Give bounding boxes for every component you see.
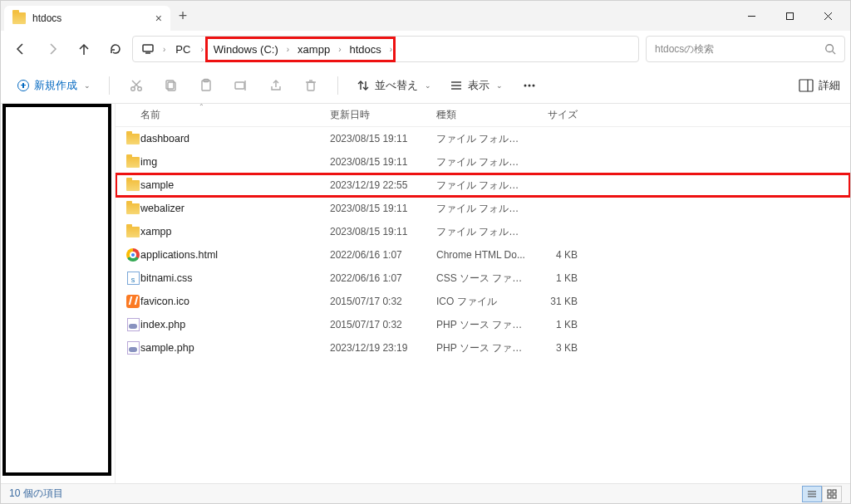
file-type: ファイル フォルダー — [436, 225, 526, 239]
file-row[interactable]: img2023/08/15 19:11ファイル フォルダー — [116, 150, 850, 174]
crumb-drive[interactable]: Windows (C:) — [207, 40, 285, 59]
file-row[interactable]: favicon.ico2015/07/17 0:32ICO ファイル31 KB — [116, 290, 850, 313]
chevron-down-icon: ⌄ — [496, 81, 503, 90]
file-type: ファイル フォルダー — [436, 179, 526, 193]
file-name: index.php — [140, 319, 185, 330]
file-date: 2023/12/19 23:19 — [330, 342, 436, 354]
file-name: sample — [140, 179, 174, 191]
chevron-right-icon[interactable]: › — [388, 45, 394, 54]
chevron-right-icon[interactable]: › — [161, 45, 167, 54]
paste-button[interactable] — [191, 71, 221, 100]
chevron-down-icon: ⌄ — [84, 81, 91, 90]
up-button[interactable] — [69, 34, 99, 64]
chevron-down-icon: ⌄ — [425, 81, 431, 90]
separator — [337, 76, 338, 95]
file-row[interactable]: xampp2023/08/15 19:11ファイル フォルダー — [116, 220, 850, 243]
pc-icon[interactable] — [136, 34, 160, 64]
forward-button[interactable] — [37, 34, 67, 64]
file-name: webalizer — [140, 203, 184, 214]
column-headers[interactable]: 名前 ⌃ 更新日時 種類 サイズ — [116, 104, 850, 127]
xampp-icon — [126, 295, 140, 308]
file-type: ICO ファイル — [436, 295, 526, 309]
col-name[interactable]: 名前 — [140, 108, 160, 122]
php-file-icon — [127, 341, 140, 355]
file-list: 名前 ⌃ 更新日時 種類 サイズ dashboard2023/08/15 19:… — [116, 104, 850, 485]
svg-rect-30 — [799, 80, 813, 91]
toolbar: 新規作成 ⌄ 並べ替え ⌄ 表示 ⌄ 詳細 — [1, 67, 850, 104]
file-row[interactable]: dashboard2023/08/15 19:11ファイル フォルダー — [116, 127, 850, 150]
chevron-right-icon[interactable]: › — [199, 45, 204, 54]
minimize-button[interactable] — [732, 1, 770, 31]
file-size: 31 KB — [526, 296, 584, 307]
file-row[interactable]: webalizer2023/08/15 19:11ファイル フォルダー — [116, 197, 850, 220]
file-row[interactable]: sample.php2023/12/19 23:19PHP ソース ファイル3 … — [116, 336, 850, 360]
navbar: › PC › Windows (C:) › xampp › htdocs › h… — [1, 31, 850, 67]
close-tab-button[interactable]: × — [155, 12, 162, 25]
chevron-right-icon[interactable]: › — [337, 45, 342, 54]
content-area: 名前 ⌃ 更新日時 種類 サイズ dashboard2023/08/15 19:… — [1, 104, 850, 485]
folder-icon — [126, 203, 140, 214]
svg-rect-37 — [828, 495, 831, 498]
folder-icon — [126, 180, 140, 191]
new-tab-button[interactable]: + — [170, 7, 195, 25]
svg-rect-38 — [833, 495, 836, 498]
file-type: ファイル フォルダー — [436, 132, 526, 146]
file-type: ファイル フォルダー — [436, 202, 526, 216]
file-row[interactable]: index.php2015/07/17 0:32PHP ソース ファイル1 KB — [116, 313, 850, 336]
new-button[interactable]: 新規作成 ⌄ — [11, 75, 97, 96]
chevron-right-icon[interactable]: › — [285, 45, 291, 54]
folder-icon — [126, 157, 140, 168]
copy-button[interactable] — [156, 71, 186, 100]
tab-htdocs[interactable]: htdocs × — [4, 6, 170, 31]
svg-rect-36 — [833, 490, 836, 493]
separator — [109, 76, 110, 95]
view-button[interactable]: 表示 ⌄ — [443, 75, 509, 96]
file-date: 2015/07/17 0:32 — [330, 296, 436, 307]
svg-rect-5 — [143, 45, 153, 51]
file-size: 4 KB — [526, 249, 584, 261]
detail-pane-button[interactable]: 詳細 — [799, 78, 840, 93]
share-button[interactable] — [261, 71, 291, 100]
col-date[interactable]: 更新日時 — [330, 108, 436, 122]
sort-button[interactable]: 並べ替え ⌄ — [350, 75, 438, 96]
delete-button[interactable] — [296, 71, 326, 100]
file-name: img — [140, 156, 157, 168]
col-type[interactable]: 種類 — [436, 108, 526, 122]
php-file-icon — [127, 318, 140, 331]
file-date: 2023/08/15 19:11 — [330, 203, 436, 214]
file-name: favicon.ico — [140, 296, 189, 307]
back-button[interactable] — [6, 34, 36, 64]
more-button[interactable] — [514, 71, 544, 100]
file-type: Chrome HTML Do... — [436, 249, 526, 261]
maximize-button[interactable] — [770, 1, 809, 31]
sort-label: 並べ替え — [375, 78, 418, 93]
search-input[interactable]: htdocsの検索 — [646, 36, 845, 62]
col-size[interactable]: サイズ — [526, 108, 584, 122]
address-bar[interactable]: › PC › Windows (C:) › xampp › htdocs › — [132, 36, 639, 62]
icons-view-button[interactable] — [822, 486, 842, 502]
file-type: CSS ソース ファイル — [436, 272, 526, 286]
file-type: PHP ソース ファイル — [436, 318, 526, 332]
cut-button[interactable] — [121, 71, 151, 100]
svg-rect-17 — [235, 82, 244, 89]
file-date: 2023/12/19 22:55 — [330, 179, 436, 191]
crumb-htdocs[interactable]: htdocs — [342, 40, 387, 59]
svg-rect-35 — [828, 490, 831, 493]
file-row[interactable]: applications.html2022/06/16 1:07Chrome H… — [116, 243, 850, 267]
file-row[interactable]: sample2023/12/19 22:55ファイル フォルダー — [116, 174, 850, 197]
crumb-xampp[interactable]: xampp — [291, 40, 337, 59]
file-name: applications.html — [140, 249, 218, 261]
refresh-button[interactable] — [101, 34, 130, 64]
details-view-button[interactable] — [802, 486, 822, 502]
svg-point-9 — [131, 86, 135, 91]
redaction-box — [2, 104, 111, 476]
file-row[interactable]: sbitnami.css2022/06/16 1:07CSS ソース ファイル1… — [116, 267, 850, 290]
crumb-pc[interactable]: PC — [169, 40, 197, 59]
rename-button[interactable] — [226, 71, 256, 100]
detail-label: 詳細 — [819, 78, 840, 93]
file-date: 2023/08/15 19:11 — [330, 133, 436, 144]
sidebar[interactable] — [1, 104, 116, 485]
view-label: 表示 — [468, 78, 489, 93]
close-window-button[interactable] — [809, 1, 847, 31]
new-label: 新規作成 — [34, 78, 77, 93]
